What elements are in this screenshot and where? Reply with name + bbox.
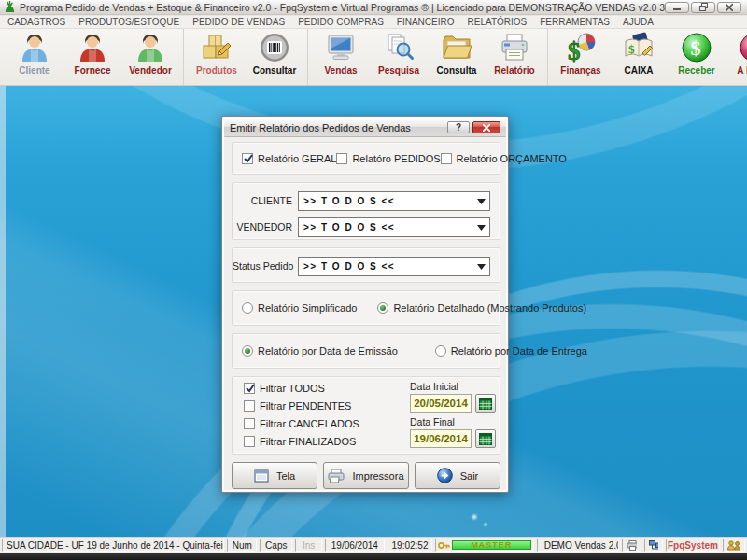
data-final-calendar-button[interactable] <box>475 429 496 448</box>
restore-button[interactable] <box>691 2 715 13</box>
radio-relatorio-simplificado[interactable]: Relatório Simplificado <box>242 302 357 314</box>
impressora-button-label: Impressora <box>352 470 403 482</box>
menu-financeiro[interactable]: FINANCEIRO <box>397 17 455 27</box>
minimize-icon <box>673 4 681 11</box>
monitor-icon <box>324 31 358 64</box>
apagar-button[interactable]: $ A Pagar <box>726 31 747 83</box>
checkbox-filtrar-finalizados[interactable]: Filtrar FINALIZADOS <box>244 436 359 447</box>
radio-data-emissao[interactable]: Relatório por Data de Emissão <box>242 345 398 357</box>
vendas-label: Vendas <box>324 65 357 76</box>
menu-relatorios[interactable]: RELATÓRIOS <box>468 17 528 27</box>
status-product-name: DEMO Vendas 2.0 <box>544 540 619 551</box>
restore-icon <box>699 3 708 11</box>
menu-pedido-de-vendas[interactable]: PEDIDO DE VENDAS <box>192 17 285 27</box>
pay-money-icon: $ <box>738 31 747 64</box>
fornecedor-button[interactable]: Fornece <box>63 31 121 83</box>
tela-button[interactable]: Tela <box>232 462 317 489</box>
sair-button[interactable]: Sair <box>415 462 500 489</box>
checkbox-unchecked-icon <box>244 418 255 429</box>
printer-icon <box>328 469 345 483</box>
status-network-panel[interactable] <box>644 539 664 552</box>
checkbox-relatorio-geral[interactable]: Relatório GERAL <box>242 153 336 164</box>
checkbox-unchecked-icon <box>336 153 347 164</box>
menu-produtos-estoque[interactable]: PRODUTOS/ESTOQUE <box>78 17 179 27</box>
checkbox-filtrar-todos[interactable]: Filtrar TODOS <box>244 383 359 394</box>
radio-label: Relatório por Data de Entrega <box>451 345 587 357</box>
toolbar-group-sales: Vendas Pesquisa <box>308 29 548 85</box>
radio-label: Relatório por Data de Emissão <box>258 345 398 357</box>
toolbar-group-finance: $ Finanças $ CAIXA <box>548 29 747 85</box>
dialog-close-button[interactable] <box>472 121 500 133</box>
help-icon: ? <box>456 123 461 133</box>
radio-on-icon <box>242 345 253 357</box>
relatorio-button[interactable]: Relatório <box>486 31 543 83</box>
checkbox-relatorio-orcamento[interactable]: Relatório ORÇAMENTO <box>441 153 567 164</box>
status-users-panel[interactable] <box>723 539 746 552</box>
cliente-button[interactable]: Cliente <box>6 31 63 83</box>
radio-data-entrega[interactable]: Relatório por Data de Entrega <box>435 345 587 357</box>
caixa-button[interactable]: $ CAIXA <box>610 31 668 83</box>
chevron-down-icon <box>477 199 486 204</box>
menu-bar: CADASTROS PRODUTOS/ESTOQUE PEDIDO DE VEN… <box>0 16 747 29</box>
users-icon <box>727 540 741 551</box>
vendedor-combobox[interactable]: >> T O D O S << <box>298 217 490 237</box>
seller-person-icon <box>134 31 167 64</box>
caixa-label: CAIXA <box>624 65 653 76</box>
status-printer-panel[interactable] <box>622 539 641 552</box>
menu-cadastros[interactable]: CADASTROS <box>7 17 65 27</box>
data-final-field[interactable]: 19/06/2014 <box>410 429 472 448</box>
app-logo-icon <box>4 1 16 13</box>
checkbox-label: Filtrar FINALIZADOS <box>260 436 356 447</box>
produtos-button[interactable]: Produtos <box>188 31 246 83</box>
apagar-label: A Pagar <box>737 65 747 76</box>
vendedor-combo-label: VENDEDOR <box>233 221 292 232</box>
pesquisa-button[interactable]: Pesquisa <box>370 31 428 83</box>
exit-arrow-icon <box>437 468 453 483</box>
financas-button[interactable]: $ Finanças <box>552 31 610 83</box>
consulta-button[interactable]: Consulta <box>428 31 486 83</box>
vendedor-button[interactable]: Vendedor <box>121 31 179 83</box>
dialog-help-button[interactable]: ? <box>447 121 470 133</box>
printer-icon <box>627 540 637 551</box>
consultar-button[interactable]: Consultar <box>246 31 303 83</box>
status-combo-value: >> T O D O S << <box>303 261 395 272</box>
radio-on-icon <box>377 302 388 314</box>
menu-pedido-compras[interactable]: PEDIDO COMPRAS <box>298 17 384 27</box>
vendedor-label: Vendedor <box>129 65 172 76</box>
checkbox-unchecked-icon <box>244 436 255 447</box>
tela-button-label: Tela <box>276 470 295 482</box>
dialog-title-bar[interactable]: Emitir Relatório dos Pedidos de Vendas ? <box>224 119 506 137</box>
consultar-label: Consultar <box>253 65 297 76</box>
cliente-combobox[interactable]: >> T O D O S << <box>298 191 490 211</box>
svg-text:$: $ <box>691 36 701 60</box>
calendar-icon <box>479 398 492 410</box>
status-brand: FpqSystem <box>666 539 719 552</box>
radio-relatorio-detalhado[interactable]: Relatório Detalhado (Mostrando Produtos) <box>377 302 586 314</box>
menu-ferramentas[interactable]: FERRAMENTAS <box>540 17 610 27</box>
client-left-strip <box>0 86 6 537</box>
vendas-button[interactable]: Vendas <box>312 31 370 83</box>
checkbox-filtrar-pendentes[interactable]: Filtrar PENDENTES <box>244 400 359 412</box>
close-icon <box>483 124 490 132</box>
status-combo-label: Status Pedido <box>233 260 292 272</box>
data-final-label: Data Final <box>410 416 496 427</box>
receber-button[interactable]: $ Receber <box>668 31 726 83</box>
client-person-icon <box>18 31 51 64</box>
impressora-button[interactable]: Impressora <box>323 462 409 489</box>
data-inicial-calendar-button[interactable] <box>475 394 496 413</box>
window-title: Programa Pedido de Vendas + Estoque & Fi… <box>20 2 665 13</box>
data-inicial-field[interactable]: 20/05/2014 <box>410 394 472 413</box>
report-dialog: Emitir Relatório dos Pedidos de Vendas ?… <box>221 116 509 493</box>
checkbox-relatorio-pedidos[interactable]: Relatóro PEDIDOS <box>336 153 440 164</box>
menu-ajuda[interactable]: AJUDA <box>623 17 654 27</box>
svg-text:$: $ <box>568 37 581 63</box>
calendar-icon <box>479 433 492 445</box>
checkbox-filtrar-cancelados[interactable]: Filtrar CANCELADOS <box>244 418 359 429</box>
status-product-panel: DEMO Vendas 2.0 <box>537 539 619 552</box>
minimize-button[interactable] <box>665 2 689 13</box>
close-window-button[interactable] <box>717 2 741 13</box>
application-window: Programa Pedido de Vendas + Estoque & Fi… <box>0 0 747 560</box>
toolbar-group-products: Produtos Consultar <box>184 29 308 85</box>
status-combobox[interactable]: >> T O D O S << <box>298 257 490 276</box>
data-inicial-label: Data Inicial <box>410 381 496 392</box>
